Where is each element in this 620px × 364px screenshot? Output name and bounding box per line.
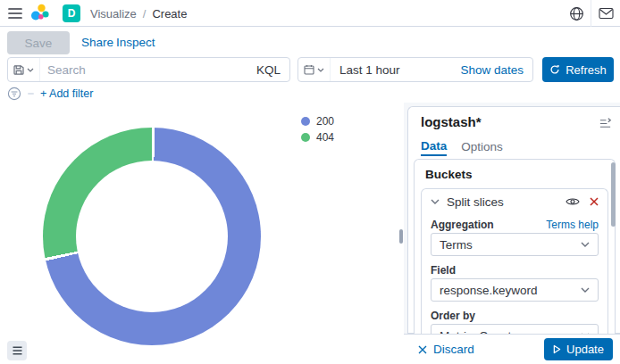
- chevron-down-icon: [431, 199, 440, 204]
- refresh-label: Refresh: [566, 63, 607, 77]
- time-picker: Last 1 hour Show dates: [297, 57, 533, 82]
- chevron-down-icon: [581, 242, 590, 247]
- breadcrumb-separator: /: [143, 7, 147, 21]
- toggle-visibility-eye-icon[interactable]: [566, 196, 580, 207]
- index-pattern-title: logstash*: [421, 114, 482, 129]
- field-value: response.keyword: [440, 284, 538, 297]
- aggregation-select[interactable]: Terms: [431, 233, 599, 256]
- chevron-down-icon: [317, 68, 324, 72]
- help-globe-icon[interactable]: [562, 0, 591, 27]
- remove-bucket-close-icon[interactable]: [590, 197, 599, 206]
- add-filter-button[interactable]: + Add filter: [40, 87, 93, 100]
- top-navigation-bar: D Visualize / Create: [0, 0, 620, 27]
- elastic-logo-icon[interactable]: [30, 4, 50, 23]
- update-button[interactable]: Update: [544, 338, 613, 360]
- legend-label: 200: [316, 115, 334, 128]
- order-by-label: Order by: [431, 310, 475, 321]
- filter-bar: + Add filter: [7, 85, 93, 103]
- split-slices-group: Split slices: [421, 188, 608, 335]
- legend-swatch: [301, 117, 310, 126]
- save-icon: [13, 64, 24, 75]
- update-label: Update: [566, 343, 604, 356]
- time-range-value[interactable]: Last 1 hour: [331, 63, 400, 77]
- aggregation-value: Terms: [440, 238, 473, 252]
- query-language-toggle[interactable]: KQL: [256, 63, 289, 77]
- tab-data[interactable]: Data: [421, 136, 447, 156]
- kibana-visualize-screen: D Visualize / Create Save Share Inspect: [0, 0, 620, 364]
- discard-label: Discard: [433, 343, 474, 356]
- terms-help-link[interactable]: Terms help: [546, 219, 599, 230]
- legend-label: 404: [316, 131, 334, 144]
- legend-swatch: [301, 133, 310, 142]
- field-group: Field response.keyword: [431, 265, 599, 302]
- save-button[interactable]: Save: [7, 31, 70, 54]
- order-by-group: Order by Metric: Count: [431, 310, 599, 335]
- refresh-button[interactable]: Refresh: [542, 57, 614, 82]
- breadcrumb-create: Create: [152, 7, 187, 21]
- show-dates-button[interactable]: Show dates: [460, 63, 532, 77]
- legend-toggle-button[interactable]: [7, 341, 27, 360]
- chart-legend: 200 404: [301, 113, 334, 145]
- discard-button[interactable]: Discard: [418, 343, 474, 356]
- search-input[interactable]: [40, 63, 256, 77]
- newsfeed-mail-icon[interactable]: [591, 0, 620, 27]
- filter-divider: [28, 93, 34, 95]
- collapse-sidebar-icon[interactable]: [597, 115, 613, 131]
- chevron-down-icon: [581, 287, 590, 293]
- legend-item[interactable]: 404: [301, 129, 334, 145]
- saved-query-menu-button[interactable]: [8, 58, 40, 81]
- time-picker-calendar-button[interactable]: [298, 58, 331, 81]
- bucket-form: Aggregation Terms help Terms Field: [422, 214, 607, 335]
- panel-resize-handle[interactable]: [399, 229, 403, 244]
- field-label: Field: [431, 265, 456, 276]
- list-icon: [13, 346, 22, 355]
- space-badge[interactable]: D: [63, 4, 80, 22]
- split-slices-row[interactable]: Split slices: [422, 189, 607, 214]
- vis-editor-panel: logstash* Data Options Buckets Split sli…: [407, 106, 620, 334]
- refresh-icon: [549, 64, 560, 75]
- query-bar: KQL: [7, 57, 290, 82]
- play-icon: [553, 344, 561, 354]
- chevron-down-icon: [27, 68, 34, 72]
- breadcrumb-visualize[interactable]: Visualize: [90, 7, 137, 21]
- donut-chart-hole: [76, 161, 228, 312]
- sidebar-scrollbar[interactable]: [611, 162, 616, 227]
- share-button[interactable]: Share: [81, 36, 113, 49]
- sidebar-tabs: Data Options: [421, 136, 503, 156]
- calendar-icon: [304, 64, 314, 75]
- aggregation-label: Aggregation: [431, 219, 494, 230]
- split-slices-label: Split slices: [447, 195, 504, 209]
- menu-icon[interactable]: [7, 6, 23, 21]
- header-actions: [562, 0, 620, 27]
- pinned-filters-icon[interactable]: [7, 87, 21, 101]
- tab-options[interactable]: Options: [461, 136, 503, 156]
- editor-footer: Discard Update: [404, 334, 620, 364]
- buckets-card: Buckets Split slices: [414, 159, 616, 335]
- legend-item[interactable]: 200: [301, 113, 334, 129]
- aggregation-field-group: Aggregation Terms help Terms: [431, 219, 599, 256]
- breadcrumb: Visualize / Create: [90, 0, 187, 27]
- buckets-heading: Buckets: [425, 168, 604, 181]
- inspect-button[interactable]: Inspect: [116, 36, 155, 49]
- field-select[interactable]: response.keyword: [431, 278, 599, 302]
- close-icon: [418, 345, 427, 354]
